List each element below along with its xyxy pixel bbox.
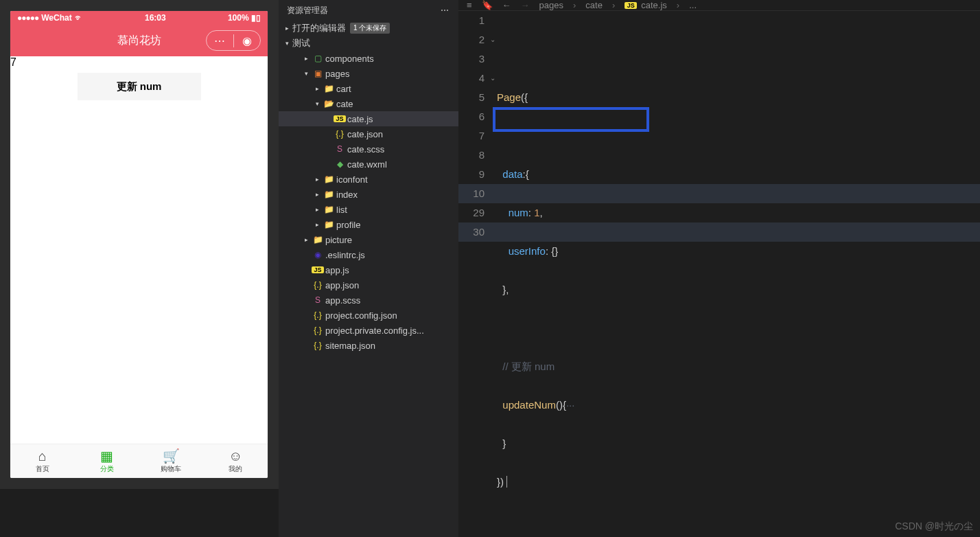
scss-icon: S	[334, 144, 346, 154]
status-time: 16:03	[145, 13, 166, 23]
folder-icon: 📁	[323, 84, 335, 93]
tree-item-cate[interactable]: ▾📂cate	[279, 96, 458, 111]
tree-item-list[interactable]: ▸📁list	[279, 202, 458, 217]
comp-icon: ▢	[312, 54, 324, 63]
explorer-panel: 资源管理器 ⋯ ▸ 打开的编辑器 1 个未保存 ▾ 测试 ▸▢component…	[279, 0, 458, 537]
tree-item-project-config-json[interactable]: {.}project.config.json	[279, 308, 458, 323]
tab-cart[interactable]: 🛒购物车	[139, 444, 204, 478]
chevron-icon: ▸	[312, 85, 323, 92]
carrier: WeChat	[41, 13, 71, 23]
code-editor[interactable]: 12⌄34⌄56789102930 Page({ data:{ num: 1, …	[458, 11, 980, 537]
folder-icon: 📁	[323, 190, 335, 199]
chevron-icon: ▾	[312, 100, 323, 107]
editor-area: ≡ 🔖 ← → pages› cate› JScate.js› ... 12⌄3…	[458, 0, 980, 537]
app-title: 慕尚花坊	[117, 34, 161, 48]
pages-icon: ▣	[312, 69, 324, 78]
folder-icon: 📁	[312, 235, 324, 244]
editor-topbar: ≡ 🔖 ← → pages› cate› JScate.js› ...	[458, 0, 980, 11]
crumb-trail: ...	[689, 0, 697, 10]
tree-item-profile[interactable]: ▸📁profile	[279, 217, 458, 232]
list-icon[interactable]: ≡	[467, 0, 472, 10]
folder-open-icon: 📂	[323, 99, 335, 108]
profile-icon: ☺	[229, 449, 242, 463]
json-icon: {.}	[334, 129, 346, 139]
unsaved-badge: 1 个未保存	[350, 23, 390, 34]
folder-icon: 📁	[323, 174, 335, 184]
project-root[interactable]: ▾ 测试	[279, 36, 458, 51]
tree-item-cate-json[interactable]: {.}cate.json	[279, 126, 458, 141]
tree-item--eslintrc-js[interactable]: ◉.eslintrc.js	[279, 247, 458, 262]
tree-item-components[interactable]: ▸▢components	[279, 51, 458, 66]
crumb-cate[interactable]: cate	[585, 0, 603, 10]
signal-icon: ●●●●●	[17, 13, 38, 23]
wxml-icon: ◆	[334, 159, 346, 169]
capsule: ⋯ ◉	[206, 30, 261, 51]
explorer-title: 资源管理器	[287, 5, 328, 16]
tree-item-iconfont[interactable]: ▸📁iconfont	[279, 172, 458, 187]
crumb-file[interactable]: JScate.js	[625, 0, 667, 10]
sim-body: 7 更新 num	[10, 56, 268, 444]
chevron-icon: ▸	[312, 176, 323, 183]
scss-icon: S	[312, 295, 324, 305]
capsule-menu-icon[interactable]: ⋯	[207, 34, 234, 47]
tree-item-cate-scss[interactable]: Scate.scss	[279, 141, 458, 157]
tree-item-app-js[interactable]: JSapp.js	[279, 262, 458, 277]
num-display: 7	[10, 56, 16, 69]
tree-item-index[interactable]: ▸📁index	[279, 187, 458, 202]
tree-item-project-private-config-js-[interactable]: {.}project.private.config.js...	[279, 323, 458, 338]
json-icon: {.}	[312, 341, 324, 350]
watermark: CSDN @时光の尘	[895, 521, 973, 533]
crumb-pages[interactable]: pages	[539, 0, 563, 10]
tree-item-cate-wxml[interactable]: ◆cate.wxml	[279, 157, 458, 172]
chevron-icon: ▸	[301, 236, 312, 243]
chevron-icon: ▸	[301, 55, 312, 62]
json-icon: {.}	[312, 325, 324, 335]
json-icon: {.}	[312, 280, 324, 290]
eslint-icon: ◉	[312, 250, 324, 260]
js-icon: JS	[312, 266, 324, 273]
fold-icon[interactable]: ⌄	[490, 69, 495, 88]
capsule-close-icon[interactable]: ◉	[234, 34, 261, 47]
tree-item-picture[interactable]: ▸📁picture	[279, 232, 458, 247]
tree-item-app-scss[interactable]: Sapp.scss	[279, 293, 458, 308]
category-icon: ▦	[100, 449, 113, 463]
chevron-right-icon: ▸	[281, 25, 292, 32]
json-icon: {.}	[312, 310, 324, 320]
tree-item-cart[interactable]: ▸📁cart	[279, 81, 458, 96]
bookmark-icon[interactable]: 🔖	[482, 0, 493, 10]
simulator-panel: ●●●●● WeChatᯤ 16:03 100% ▮▯ 慕尚花坊 ⋯ ◉ 7 更…	[0, 0, 279, 489]
tab-mine[interactable]: ☺我的	[203, 444, 268, 478]
back-icon[interactable]: ←	[502, 0, 511, 10]
wifi-icon: ᯤ	[75, 13, 83, 23]
js-file-icon: JS	[625, 2, 637, 9]
update-num-button[interactable]: 更新 num	[78, 73, 201, 100]
forward-icon[interactable]: →	[521, 0, 530, 10]
file-tree: ▸ 打开的编辑器 1 个未保存 ▾ 测试 ▸▢components▾▣pages…	[279, 21, 458, 353]
tree-item-pages[interactable]: ▾▣pages	[279, 66, 458, 81]
status-battery: 100% ▮▯	[228, 13, 261, 23]
folder-icon: 📁	[323, 220, 335, 229]
tab-home[interactable]: ⌂首页	[10, 444, 75, 478]
code-content[interactable]: Page({ data:{ num: 1, userInfo: {} }, //…	[497, 11, 980, 537]
chevron-icon: ▾	[301, 70, 312, 77]
chevron-icon: ▸	[312, 221, 323, 228]
tree-item-sitemap-json[interactable]: {.}sitemap.json	[279, 338, 458, 353]
chevron-icon: ▸	[312, 206, 323, 213]
chevron-icon: ▸	[312, 191, 323, 198]
cart-icon: 🛒	[163, 449, 180, 463]
battery-icon: ▮▯	[251, 13, 261, 23]
js-icon: JS	[334, 115, 346, 122]
fold-icon[interactable]: ⌄	[490, 30, 495, 49]
tab-category[interactable]: ▦分类	[75, 444, 139, 478]
explorer-header: 资源管理器 ⋯	[279, 0, 458, 21]
tab-bar: ⌂首页 ▦分类 🛒购物车 ☺我的	[10, 444, 268, 478]
title-bar: 慕尚花坊 ⋯ ◉	[10, 25, 268, 56]
chevron-down-icon: ▾	[281, 40, 292, 47]
tree-item-cate-js[interactable]: JScate.js	[279, 111, 458, 126]
explorer-more-icon[interactable]: ⋯	[441, 5, 450, 15]
tree-item-app-json[interactable]: {.}app.json	[279, 277, 458, 293]
status-bar: ●●●●● WeChatᯤ 16:03 100% ▮▯	[10, 11, 268, 25]
gutter: 12⌄34⌄56789102930	[458, 11, 497, 537]
sim-frame: ●●●●● WeChatᯤ 16:03 100% ▮▯ 慕尚花坊 ⋯ ◉ 7 更…	[10, 11, 268, 478]
open-editors-section[interactable]: ▸ 打开的编辑器 1 个未保存	[279, 21, 458, 36]
